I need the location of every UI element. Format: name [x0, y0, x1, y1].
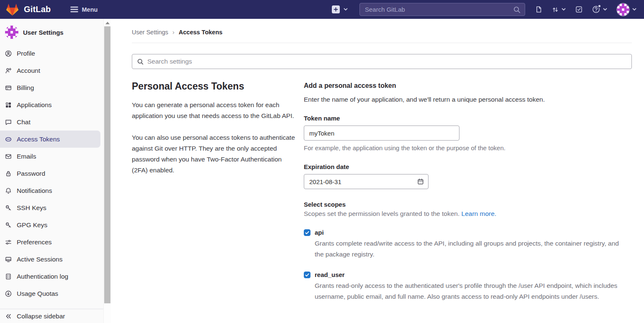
expiration-date-label: Expiration date: [304, 163, 632, 170]
sidebar-item-authentication-log[interactable]: Authentication log: [0, 268, 103, 285]
api-checkbox[interactable]: [304, 229, 310, 236]
scope-description: Grants complete read/write access to the…: [315, 238, 629, 260]
sidebar-item-label: Usage Quotas: [17, 290, 58, 297]
search-icon: [137, 59, 144, 65]
chevron-down-icon: [562, 8, 566, 11]
sidebar-item-notifications[interactable]: Notifications: [0, 182, 103, 199]
sidebar-item-label: Access Tokens: [17, 136, 60, 143]
sidebar-item-active-sessions[interactable]: Active Sessions: [0, 251, 103, 268]
scopes-help: Scopes set the permission levels granted…: [304, 210, 632, 218]
merge-requests-icon: [552, 6, 559, 13]
sidebar-item-label: Account: [17, 67, 40, 74]
chevron-down-icon: [344, 8, 348, 11]
log-grid-icon: [5, 273, 12, 280]
hamburger-icon: [70, 6, 78, 13]
breadcrumb-current: Access Tokens: [179, 29, 223, 36]
sidebar-item-profile[interactable]: Profile: [0, 45, 103, 62]
scope-name: read_user: [315, 271, 345, 278]
sidebar-item-label: Emails: [17, 153, 36, 160]
search-icon: [513, 6, 521, 13]
bell-icon: [5, 187, 12, 194]
scrollbar-thumb[interactable]: [104, 26, 110, 303]
main-content: User Settings › Access Tokens Personal A…: [111, 19, 644, 323]
sidebar-item-applications[interactable]: Applications: [0, 96, 103, 113]
sidebar-item-label: Profile: [17, 50, 35, 57]
monitor-icon: [5, 256, 12, 263]
page-title: Personal Access Tokens: [132, 81, 296, 92]
avatar: [617, 3, 629, 16]
tanuki-icon: [6, 3, 19, 16]
learn-more-link[interactable]: Learn more.: [462, 210, 497, 217]
sidebar-item-ssh-keys[interactable]: SSH Keys: [0, 199, 103, 216]
scrollbar-up-arrow[interactable]: [105, 22, 110, 24]
sidebar-item-access-tokens[interactable]: Access Tokens: [0, 131, 100, 148]
chevron-down-icon: [603, 8, 607, 11]
menu-button[interactable]: Menu: [70, 6, 98, 13]
settings-sidebar: User Settings Profile: [0, 19, 111, 323]
select-scopes-label: Select scopes: [304, 201, 632, 208]
form-description: Enter the name of your application, and …: [304, 96, 632, 103]
sidebar-item-label: Applications: [17, 101, 52, 109]
breadcrumb-separator: ›: [172, 28, 174, 36]
breadcrumb-user-settings[interactable]: User Settings: [132, 29, 168, 36]
sidebar-item-label: Active Sessions: [17, 256, 62, 263]
sidebar-item-label: Password: [17, 170, 45, 177]
account-icon: [5, 67, 12, 74]
token-form: Add a personal access token Enter the na…: [304, 81, 632, 302]
settings-search-input[interactable]: [147, 58, 626, 65]
user-menu-dropdown[interactable]: [617, 3, 636, 16]
sidebar-item-billing[interactable]: Billing: [0, 79, 103, 96]
sidebar-item-label: Notifications: [17, 187, 52, 195]
help-icon: [592, 5, 600, 13]
sidebar-item-account[interactable]: Account: [0, 62, 103, 79]
breadcrumb: User Settings › Access Tokens: [132, 19, 632, 43]
navbar-icon-group: [535, 3, 636, 16]
chat-icon: [5, 119, 12, 126]
brand-name: GitLab: [24, 5, 51, 14]
token-name-help: For example, the application using the t…: [304, 144, 632, 151]
issues-button[interactable]: [535, 6, 542, 13]
sidebar-title: User Settings: [23, 29, 64, 36]
collapse-sidebar-button[interactable]: Collapse sidebar: [0, 309, 103, 323]
top-navbar: GitLab Menu: [0, 0, 644, 19]
merge-requests-dropdown[interactable]: [552, 6, 566, 13]
collapse-sidebar-label: Collapse sidebar: [17, 313, 65, 320]
intro-paragraph: You can also use personal access tokens …: [132, 132, 296, 176]
gitlab-logo[interactable]: GitLab: [6, 3, 51, 16]
sidebar-item-chat[interactable]: Chat: [0, 113, 103, 131]
read-user-checkbox[interactable]: [304, 272, 310, 278]
menu-label: Menu: [82, 6, 98, 13]
sidebar-item-emails[interactable]: Emails: [0, 148, 103, 165]
new-item-dropdown[interactable]: [332, 5, 348, 13]
sidebar-item-preferences[interactable]: Preferences: [0, 233, 103, 251]
todos-button[interactable]: [575, 6, 582, 13]
intro-paragraph: You can generate a personal access token…: [132, 100, 296, 121]
global-search-input[interactable]: [360, 6, 525, 13]
lock-icon: [5, 170, 12, 177]
key-icon: [5, 222, 12, 228]
sidebar-item-password[interactable]: Password: [0, 165, 103, 182]
sidebar-item-label: Authentication log: [17, 273, 68, 280]
avatar: [5, 26, 18, 39]
sidebar-item-label: Preferences: [17, 238, 52, 246]
sidebar-item-gpg-keys[interactable]: GPG Keys: [0, 216, 103, 233]
sidebar-nav: Profile Account Billing: [0, 45, 103, 302]
profile-icon: [5, 50, 12, 57]
expiration-date-input[interactable]: [304, 174, 428, 189]
sidebar-item-label: GPG Keys: [17, 221, 47, 229]
scope-description: Grants read-only access to the authentic…: [315, 280, 629, 302]
section-description: Personal Access Tokens You can generate …: [132, 81, 296, 302]
todo-icon: [575, 6, 582, 13]
sidebar-scrollbar[interactable]: [103, 19, 111, 323]
token-name-input[interactable]: [304, 126, 459, 141]
sidebar-item-label: SSH Keys: [17, 204, 46, 212]
sidebar-item-usage-quotas[interactable]: Usage Quotas: [0, 285, 103, 302]
help-dropdown[interactable]: [592, 5, 607, 13]
scope-option-read-user: read_user Grants read-only access to the…: [304, 271, 632, 302]
sidebar-item-label: Chat: [17, 118, 31, 126]
calendar-icon[interactable]: [417, 178, 424, 185]
plus-square-icon: [332, 5, 340, 13]
sliders-icon: [5, 239, 12, 246]
scope-name: api: [315, 229, 324, 236]
scopes-help-text: Scopes set the permission levels granted…: [304, 210, 459, 217]
